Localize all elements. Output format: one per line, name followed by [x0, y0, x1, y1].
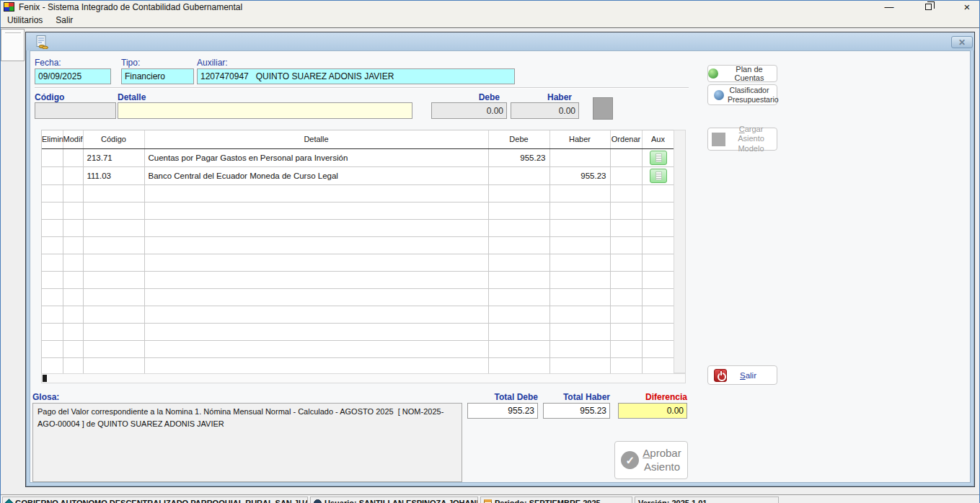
glosa-textarea[interactable]: Pago del Valor correspondiente a la Nomi…: [32, 403, 462, 482]
codigo-label: Código: [35, 92, 64, 102]
check-icon: ✓: [621, 451, 639, 469]
minimize-button[interactable]: —: [881, 1, 897, 12]
close-button[interactable]: ×: [959, 1, 975, 12]
statusbar: GOBIERNO AUTONOMO DESCENTRALIZADO PARROQ…: [1, 494, 979, 503]
aprobar-label-line2: Asiento: [643, 460, 681, 474]
salir-button[interactable]: Salir: [707, 365, 777, 385]
status-version: Versión: 2025.1.01: [635, 497, 779, 503]
status-period: Periodo: SEPTIEMBRE 2025: [480, 497, 632, 503]
blue-sphere-icon: [714, 90, 724, 100]
detalle-input[interactable]: [118, 102, 412, 119]
power-icon: [714, 369, 727, 382]
child-close-icon[interactable]: ✕: [951, 36, 973, 48]
cell-debe: [488, 166, 549, 184]
table-header-row: Elimin Modif Código Detalle Debe Haber O…: [42, 130, 674, 148]
table-empty-row: [42, 236, 674, 254]
menu-item-salir[interactable]: Salir: [49, 14, 79, 27]
table-row[interactable]: 213.71 Cuentas por Pagar Gastos en Perso…: [42, 148, 674, 166]
tipo-label: Tipo:: [121, 58, 140, 68]
entries-table: Elimin Modif Código Detalle Debe Haber O…: [41, 130, 674, 373]
diferencia-label: Diferencia: [618, 392, 687, 402]
auxiliar-label: Auxiliar:: [197, 58, 228, 68]
cell-elimin[interactable]: [42, 166, 63, 184]
cell-codigo: 213.71: [83, 148, 144, 166]
gray-square-icon: [712, 133, 725, 146]
form-separator: [35, 87, 689, 89]
glosa-label: Glosa:: [32, 392, 59, 402]
table-empty-row: [42, 254, 674, 271]
menu-item-utilitarios[interactable]: Utilitarios: [1, 14, 49, 27]
cell-haber: 955.23: [549, 166, 610, 184]
cell-debe: 955.23: [488, 148, 549, 166]
restore-button[interactable]: [920, 1, 936, 12]
cell-codigo: 111.03: [83, 166, 144, 184]
haber-input[interactable]: [511, 102, 579, 119]
total-debe-label: Total Debe: [467, 392, 538, 402]
col-header-ordenar[interactable]: Ordenar: [610, 130, 642, 148]
cell-elimin[interactable]: [42, 148, 63, 166]
aux-button[interactable]: [650, 169, 667, 183]
clasificador-presupuestario-button[interactable]: Clasificador Presupuestario: [707, 84, 777, 105]
table-empty-row: [42, 219, 674, 236]
codigo-input[interactable]: [35, 102, 116, 119]
menubar: Utilitarios Salir: [1, 13, 979, 27]
status-user: Usuario: SANTILLAN ESPINOZA JOHANNA PAOL…: [310, 497, 478, 503]
table-empty-row: [42, 357, 674, 375]
debe-input[interactable]: [431, 102, 507, 119]
table-empty-row: [42, 306, 674, 323]
cell-ordenar[interactable]: [610, 166, 642, 184]
clasificador-label: Clasificador Presupuestario: [728, 86, 771, 103]
table-empty-row: [42, 323, 674, 340]
green-sphere-icon: [708, 68, 718, 79]
table-empty-row: [42, 271, 674, 288]
col-header-elimin[interactable]: Elimin: [42, 130, 63, 148]
aprobar-asiento-button[interactable]: ✓ Aprobar Asiento: [614, 441, 688, 479]
col-header-haber[interactable]: Haber: [549, 130, 610, 148]
haber-label: Haber: [511, 92, 572, 102]
plan-de-cuentas-label: Plan de Cuentas: [722, 65, 777, 82]
document-icon: [655, 153, 662, 162]
tipo-input[interactable]: [121, 68, 194, 84]
table-empty-row: [42, 184, 674, 202]
collapsed-side-panel[interactable]: [1, 29, 25, 61]
table-row[interactable]: 111.03 Banco Central del Ecuador Moneda …: [42, 166, 674, 184]
cell-ordenar[interactable]: [610, 148, 642, 166]
col-header-modif[interactable]: Modif: [63, 130, 83, 148]
aprobar-label-line1: Aprobar: [643, 447, 681, 460]
diferencia-field: [618, 403, 687, 419]
diamond-icon: [4, 499, 14, 503]
fecha-input[interactable]: [35, 68, 111, 84]
cell-modif[interactable]: [63, 148, 83, 166]
col-header-aux[interactable]: Aux: [642, 130, 674, 148]
cargar-asiento-modelo-button[interactable]: Cargar Asiento Modelo: [707, 128, 777, 151]
total-debe-field: [467, 403, 538, 419]
app-icon: [4, 2, 14, 12]
cell-detalle: Banco Central del Ecuador Moneda de Curs…: [144, 166, 488, 184]
plan-de-cuentas-button[interactable]: Plan de Cuentas: [707, 65, 777, 82]
cell-haber: [549, 148, 610, 166]
user-icon: [314, 499, 322, 503]
col-header-debe[interactable]: Debe: [488, 130, 549, 148]
table-empty-row: [42, 202, 674, 219]
cargar-asiento-label: Cargar Asiento Modelo: [729, 125, 774, 153]
document-icon: [655, 172, 662, 180]
scrollbar-thumb[interactable]: [43, 375, 47, 382]
fecha-label: Fecha:: [35, 58, 61, 68]
cell-modif[interactable]: [63, 166, 83, 184]
entry-action-button[interactable]: [593, 97, 613, 120]
journal-document-icon: [35, 35, 49, 49]
child-window-toolbar: [26, 32, 974, 50]
col-header-detalle[interactable]: Detalle: [144, 130, 488, 148]
panel-grip: [5, 32, 21, 35]
status-entity: GOBIERNO AUTONOMO DESCENTRALIZADO PARROQ…: [2, 497, 308, 503]
window-title: Fenix - Sistema Integrado de Contabilida…: [19, 2, 242, 12]
horizontal-scrollbar[interactable]: [41, 373, 686, 383]
table-empty-row: [42, 340, 674, 357]
titlebar: Fenix - Sistema Integrado de Contabilida…: [1, 1, 979, 13]
detalle-label: Detalle: [118, 92, 146, 102]
table-empty-row: [42, 288, 674, 306]
vertical-scrollbar[interactable]: [674, 130, 686, 373]
auxiliar-input[interactable]: [197, 68, 515, 84]
aux-button[interactable]: [650, 151, 667, 165]
col-header-codigo[interactable]: Código: [83, 130, 144, 148]
